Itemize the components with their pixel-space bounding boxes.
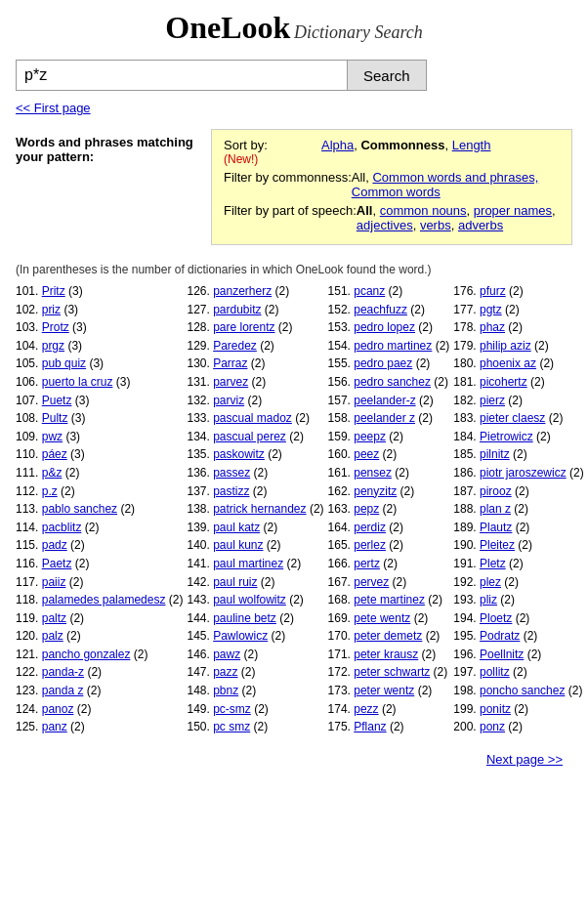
word-link[interactable]: plez	[480, 575, 501, 589]
word-link[interactable]: panz	[42, 720, 67, 733]
word-link[interactable]: pedro martinez	[354, 339, 432, 353]
word-link[interactable]: pezz	[354, 702, 378, 716]
word-link[interactable]: páez	[42, 447, 67, 461]
word-link[interactable]: panda z	[42, 684, 84, 697]
word-link[interactable]: Paredez	[213, 339, 257, 353]
word-link[interactable]: paltz	[42, 611, 66, 625]
word-link[interactable]: pwz	[42, 430, 63, 443]
word-link[interactable]: pc smz	[213, 720, 250, 733]
search-button[interactable]: Search	[348, 60, 427, 91]
word-link[interactable]: pedro sanchez	[354, 375, 431, 389]
word-link[interactable]: pete martinez	[354, 593, 425, 606]
word-link[interactable]: Pietrowicz	[480, 430, 533, 443]
word-link[interactable]: penyzitz	[354, 484, 397, 498]
word-link[interactable]: pare lorentz	[213, 320, 274, 334]
word-link[interactable]: peez	[354, 447, 379, 461]
next-page-link[interactable]: Next page >>	[486, 752, 563, 767]
word-link[interactable]: peelander-z	[354, 394, 415, 407]
word-link[interactable]: picohertz	[480, 375, 527, 389]
word-link[interactable]: Pleitez	[480, 538, 515, 552]
word-link[interactable]: prgz	[42, 339, 64, 353]
word-link[interactable]: piotr jaroszewicz	[480, 466, 567, 480]
word-link[interactable]: paul kunz	[213, 538, 263, 552]
word-link[interactable]: pbnz	[213, 684, 238, 697]
word-link[interactable]: Paetz	[42, 557, 72, 570]
word-link[interactable]: pc-smz	[213, 702, 251, 716]
word-link[interactable]: Poellnitz	[480, 648, 524, 661]
word-link[interactable]: pollitz	[480, 665, 510, 679]
word-link[interactable]: passez	[213, 466, 250, 480]
word-link[interactable]: pirooz	[480, 484, 512, 498]
word-link[interactable]: peachfuzz	[354, 303, 407, 316]
word-link[interactable]: Pultz	[42, 411, 68, 425]
word-link[interactable]: padz	[42, 538, 67, 552]
word-link[interactable]: poncho sanchez	[480, 684, 565, 697]
sort-length[interactable]: Length	[452, 138, 491, 152]
proper-names-link[interactable]: proper names	[474, 203, 552, 218]
word-link[interactable]: Plautz	[480, 521, 512, 534]
word-link[interactable]: Protz	[42, 320, 69, 334]
word-link[interactable]: paul ruiz	[213, 575, 257, 589]
word-link[interactable]: pub quiz	[42, 356, 86, 370]
word-link[interactable]: pgtz	[480, 303, 502, 316]
word-link[interactable]: pascual perez	[213, 430, 286, 443]
word-link[interactable]: paiiz	[42, 575, 66, 589]
verbs-link[interactable]: verbs	[420, 218, 451, 232]
word-link[interactable]: pilnitz	[480, 447, 510, 461]
word-link[interactable]: pascual madoz	[213, 411, 292, 425]
word-link[interactable]: pancho gonzalez	[42, 648, 131, 661]
word-link[interactable]: pensez	[354, 466, 392, 480]
word-link[interactable]: puerto la cruz	[42, 375, 113, 389]
word-link[interactable]: perlez	[354, 538, 386, 552]
first-page-link[interactable]: << First page	[16, 101, 91, 115]
word-link[interactable]: Ploetz	[480, 611, 512, 625]
word-link[interactable]: parvez	[213, 375, 248, 389]
word-link[interactable]: pedro paez	[354, 356, 412, 370]
word-link[interactable]: ponitz	[480, 702, 511, 716]
word-link[interactable]: paskowitz	[213, 447, 265, 461]
word-link[interactable]: pervez	[354, 575, 389, 589]
word-link[interactable]: priz	[42, 303, 61, 316]
word-link[interactable]: pardubitz	[213, 303, 261, 316]
word-link[interactable]: Parraz	[213, 356, 247, 370]
common-nouns-link[interactable]: common nouns	[380, 203, 467, 218]
word-link[interactable]: Pawlowicz	[213, 629, 268, 643]
word-link[interactable]: pastizz	[213, 484, 249, 498]
word-link[interactable]: pacblitz	[42, 521, 82, 534]
word-link[interactable]: palamedes palamedesz	[42, 593, 166, 606]
word-link[interactable]: pepz	[354, 502, 379, 516]
word-link[interactable]: panoz	[42, 702, 74, 716]
word-link[interactable]: phaz	[480, 320, 505, 334]
word-link[interactable]: paul katz	[213, 521, 260, 534]
word-link[interactable]: Pflanz	[354, 720, 386, 733]
word-link[interactable]: perdiz	[354, 521, 386, 534]
adjectives-link[interactable]: adjectives	[357, 218, 413, 232]
adverbs-link[interactable]: adverbs	[458, 218, 503, 232]
word-link[interactable]: p&z	[42, 466, 63, 480]
word-link[interactable]: peepz	[354, 430, 386, 443]
word-link[interactable]: Pletz	[480, 557, 506, 570]
word-link[interactable]: Pritz	[42, 284, 65, 298]
word-link[interactable]: panda-z	[42, 665, 84, 679]
word-link[interactable]: phoenix az	[480, 356, 536, 370]
common-words-phrases-link[interactable]: Common words and phrases,	[372, 170, 538, 185]
word-link[interactable]: pazz	[213, 665, 237, 679]
word-link[interactable]: parviz	[213, 394, 244, 407]
word-link[interactable]: panzerherz	[213, 284, 272, 298]
word-link[interactable]: pertz	[354, 557, 380, 570]
word-link[interactable]: Puetz	[42, 394, 72, 407]
word-link[interactable]: paul martinez	[213, 557, 283, 570]
word-link[interactable]: pauline betz	[213, 611, 276, 625]
word-link[interactable]: pliz	[480, 593, 497, 606]
sort-alpha[interactable]: Alpha	[321, 138, 354, 152]
common-words-link[interactable]: Common words	[352, 185, 441, 199]
word-link[interactable]: pedro lopez	[354, 320, 415, 334]
word-link[interactable]: pawz	[213, 648, 240, 661]
word-link[interactable]: peelander z	[354, 411, 415, 425]
word-link[interactable]: pieter claesz	[480, 411, 545, 425]
word-link[interactable]: p.z	[42, 484, 58, 498]
word-link[interactable]: pierz	[480, 394, 505, 407]
word-link[interactable]: pete wentz	[354, 611, 410, 625]
word-link[interactable]: peter demetz	[354, 629, 422, 643]
word-link[interactable]: ponz	[480, 720, 505, 733]
